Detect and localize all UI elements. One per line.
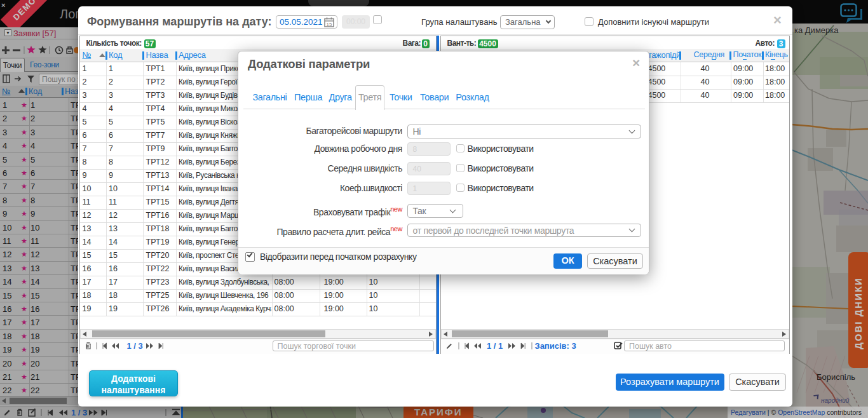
svg-text:15: 15: [327, 21, 332, 27]
